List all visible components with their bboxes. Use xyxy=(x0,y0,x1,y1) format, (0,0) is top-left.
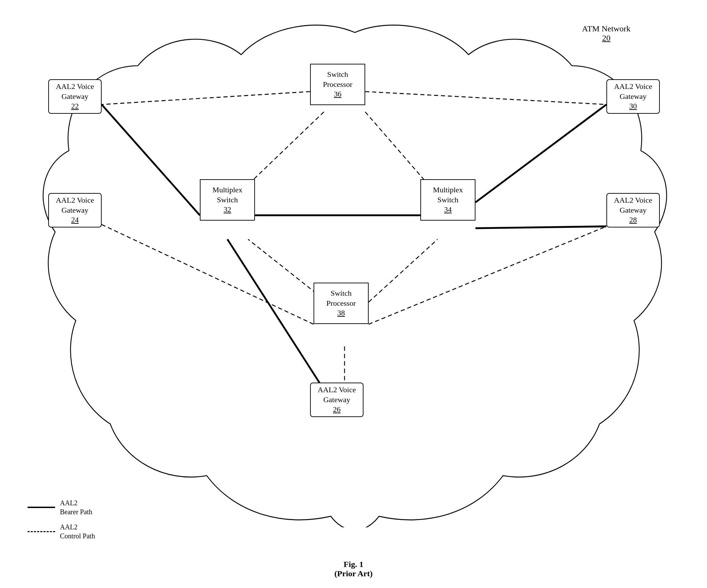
legend: AAL2Bearer Path AAL2Control Path xyxy=(28,498,95,547)
control-path-line xyxy=(28,531,55,532)
switch-processor-38: Switch Processor 38 xyxy=(314,283,369,324)
atm-network-label: ATM Network 20 xyxy=(582,24,631,43)
figure-sub: (Prior Art) xyxy=(0,569,707,578)
gateway-22: AAL2 Voice Gateway 22 xyxy=(48,79,102,114)
gateway-26: AAL2 Voice Gateway 26 xyxy=(310,383,363,417)
multiplex-switch-34: Multiplex Switch 34 xyxy=(420,179,475,221)
figure-number: Fig. 1 xyxy=(0,560,707,569)
svg-line-12 xyxy=(369,226,606,324)
gateway-30: AAL2 Voice Gateway 30 xyxy=(606,79,660,114)
svg-line-4 xyxy=(475,104,606,202)
svg-line-8 xyxy=(365,92,606,105)
gateway-24: AAL2 Voice Gateway 24 xyxy=(48,193,102,227)
control-path-label: AAL2Control Path xyxy=(60,523,95,540)
svg-line-5 xyxy=(102,92,310,105)
svg-line-9 xyxy=(102,224,314,324)
svg-line-11 xyxy=(369,239,438,302)
svg-line-3 xyxy=(475,226,606,228)
gateway-28: AAL2 Voice Gateway 28 xyxy=(606,193,660,227)
diagram-container: Switch Processor 36 Multiplex Switch 32 … xyxy=(28,10,682,527)
figure-caption: Fig. 1 (Prior Art) xyxy=(0,560,707,578)
svg-line-0 xyxy=(102,104,200,215)
multiplex-switch-32: Multiplex Switch 32 xyxy=(200,179,255,221)
control-path-legend: AAL2Control Path xyxy=(28,523,95,540)
bearer-path-label: AAL2Bearer Path xyxy=(60,498,92,516)
bearer-path-legend: AAL2Bearer Path xyxy=(28,498,95,516)
bearer-path-line xyxy=(28,507,55,508)
switch-processor-36: Switch Processor 36 xyxy=(310,64,365,105)
